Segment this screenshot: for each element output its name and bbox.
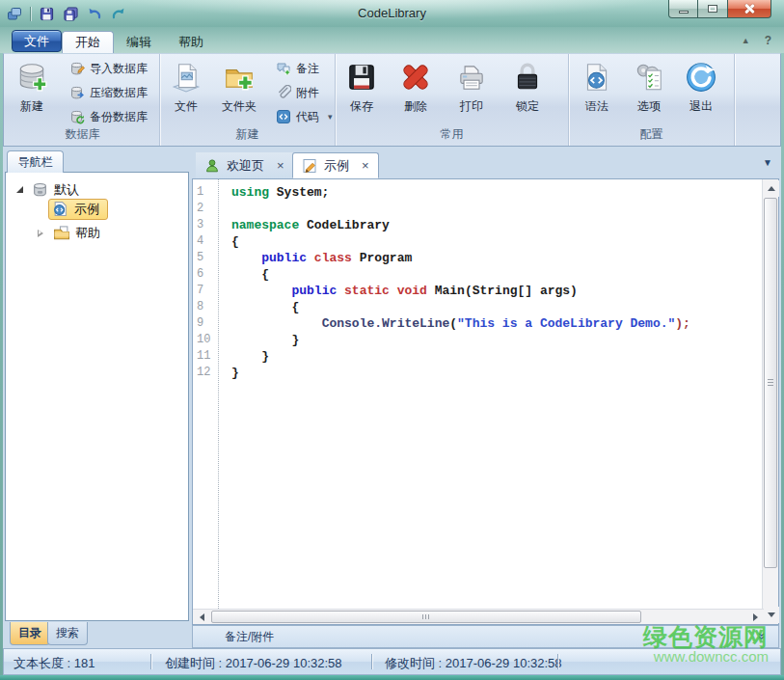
print-button[interactable]: 打印: [453, 59, 490, 117]
line-number: 8: [193, 299, 218, 315]
code-lines[interactable]: using System;namespace CodeLibrary{ publ…: [220, 179, 762, 609]
code-line[interactable]: public static void Main(String[] args): [231, 283, 762, 299]
database-add-icon: [15, 61, 48, 94]
vertical-scrollbar[interactable]: [762, 179, 778, 624]
horizontal-scrollbar[interactable]: [193, 609, 764, 624]
scroll-down-button[interactable]: [763, 607, 779, 623]
notes-attachments-bar[interactable]: 备注/附件 »: [192, 625, 779, 648]
options-button[interactable]: 选项: [631, 59, 667, 117]
window-title: CodeLibrary: [0, 6, 784, 20]
button-label: 文件夹: [222, 98, 257, 115]
bottom-tab-search[interactable]: 搜索: [47, 622, 88, 645]
code-editor[interactable]: 123456789101112 using System;namespace C…: [192, 178, 779, 625]
ribbon-right-controls: ▲ ?: [742, 34, 771, 47]
new-file-button[interactable]: 文件: [168, 59, 204, 117]
import-database-button[interactable]: 导入数据库: [69, 60, 148, 77]
new-note-button[interactable]: 备注: [276, 60, 319, 77]
expand-panel-chevron-icon[interactable]: »: [755, 633, 770, 639]
code-line[interactable]: using System;: [231, 184, 762, 201]
tree-item-example[interactable]: 示例: [48, 199, 108, 219]
status-modified-time: 修改时间 : 2017-06-29 10:32:58: [385, 655, 562, 672]
tree-item-label: 默认: [54, 181, 79, 199]
tab-home[interactable]: 开始: [62, 31, 114, 53]
collapse-arrow-icon[interactable]: [38, 230, 43, 237]
code-dropdown-icon[interactable]: ▾: [328, 112, 333, 122]
file-icon: [170, 61, 203, 94]
new-code-button[interactable]: 代码 ▾: [276, 108, 333, 125]
button-label: 附件: [296, 85, 319, 101]
code-line[interactable]: {: [231, 299, 762, 315]
code-line[interactable]: namespace CodeLibrary: [231, 217, 762, 233]
line-number: 7: [193, 283, 218, 299]
maximize-button[interactable]: [698, 0, 728, 18]
save-button[interactable]: 保存: [343, 59, 380, 117]
status-bar: 文本长度 : 181 创建时间 : 2017-06-29 10:32:58 修改…: [3, 648, 781, 675]
vertical-scroll-thumb[interactable]: [764, 198, 777, 568]
database-import-icon: [69, 61, 85, 76]
bottom-tab-directory[interactable]: 目录: [10, 622, 50, 645]
tab-label: 示例: [324, 157, 349, 175]
attachment-button[interactable]: 附件: [276, 84, 319, 101]
navigator-header-tab[interactable]: 导航栏: [7, 150, 64, 173]
delete-button[interactable]: 删除: [397, 59, 434, 117]
scroll-right-button[interactable]: [747, 610, 763, 624]
code-file-icon: [52, 201, 68, 217]
minimize-button[interactable]: [668, 0, 698, 18]
window-controls: [668, 0, 771, 18]
horizontal-scroll-thumb[interactable]: [211, 611, 641, 623]
code-line[interactable]: public class Program: [231, 250, 762, 266]
tab-file[interactable]: 文件: [12, 30, 62, 52]
exit-icon: [685, 61, 717, 94]
tree-item-default[interactable]: 默认: [16, 179, 79, 200]
button-label: 备注: [296, 61, 319, 77]
tree-item-label: 帮助: [75, 225, 100, 242]
ribbon-group-database: 新建 导入数据库 压缩数据库 备份数据库 数据库: [6, 54, 160, 146]
code-line[interactable]: }: [231, 348, 762, 365]
tab-help[interactable]: 帮助: [166, 31, 216, 53]
new-folder-button[interactable]: 文件夹: [220, 59, 258, 117]
tab-welcome[interactable]: 欢迎页 ×: [196, 152, 293, 178]
new-database-button[interactable]: 新建: [14, 59, 50, 117]
syntax-button[interactable]: 语法: [579, 59, 615, 117]
close-tab-icon[interactable]: ×: [362, 158, 369, 173]
code-line[interactable]: {: [231, 233, 762, 250]
tab-overflow-icon[interactable]: ▼: [763, 157, 772, 168]
code-line[interactable]: }: [231, 365, 762, 381]
tab-edit[interactable]: 编辑: [114, 31, 164, 53]
database-backup-icon: [69, 109, 85, 124]
code-line[interactable]: {: [231, 266, 762, 283]
ribbon-group-new: 文件 文件夹 备注 附件 代码 ▾: [160, 54, 336, 146]
code-line[interactable]: [231, 201, 762, 217]
lock-button[interactable]: 锁定: [509, 59, 546, 117]
ribbon: 新建 导入数据库 压缩数据库 备份数据库 数据库: [3, 53, 781, 147]
status-separator: [371, 654, 372, 669]
help-icon[interactable]: ?: [765, 34, 771, 47]
status-separator: [150, 654, 151, 669]
delete-x-icon: [399, 61, 432, 94]
maximize-icon: [708, 5, 717, 13]
tab-example[interactable]: 示例 ×: [292, 152, 379, 178]
button-label: 删除: [404, 98, 427, 115]
code-line[interactable]: Console.WriteLine("This is a CodeLibrary…: [231, 315, 762, 332]
backup-database-button[interactable]: 备份数据库: [69, 108, 148, 125]
floppy-save-icon: [345, 61, 378, 94]
exit-button[interactable]: 退出: [683, 59, 719, 117]
button-label: 语法: [585, 98, 608, 115]
close-tab-icon[interactable]: ×: [277, 158, 284, 173]
close-button[interactable]: [728, 0, 771, 18]
tree-item-help[interactable]: 帮助: [38, 223, 100, 243]
collapse-ribbon-icon[interactable]: ▲: [742, 36, 750, 45]
window-bottom-frame: [0, 675, 784, 680]
database-compress-icon: [69, 85, 85, 100]
note-add-icon: [276, 61, 291, 76]
options-gear-icon: [633, 61, 665, 94]
compress-database-button[interactable]: 压缩数据库: [69, 84, 148, 101]
code-line[interactable]: }: [231, 332, 762, 348]
tab-label: 欢迎页: [227, 157, 264, 175]
expand-arrow-icon[interactable]: [16, 186, 23, 193]
scroll-left-button[interactable]: [194, 610, 209, 624]
scroll-up-button[interactable]: [763, 180, 779, 197]
ribbon-group-common: 保存 删除 打印: [336, 54, 569, 146]
code-icon: [276, 109, 291, 124]
line-number: 4: [193, 233, 218, 250]
